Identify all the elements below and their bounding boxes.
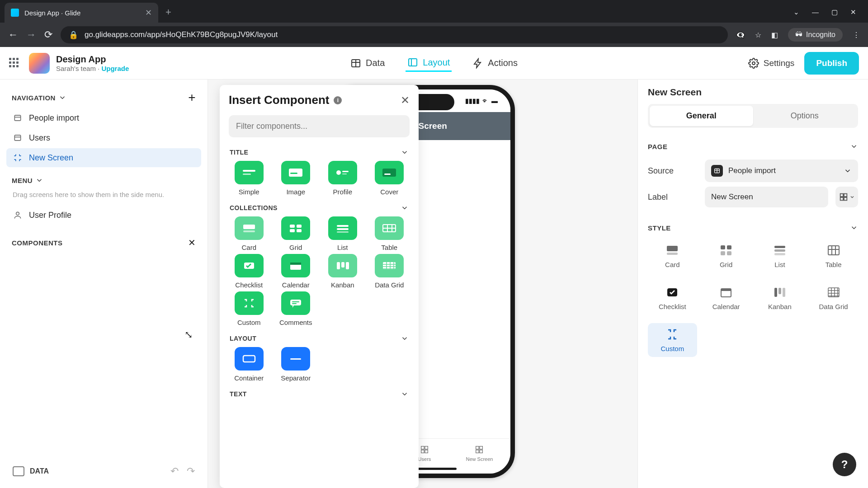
- help-button[interactable]: ?: [833, 453, 856, 476]
- category-title[interactable]: TITLE: [229, 143, 410, 161]
- component-tile-cover[interactable]: Cover: [369, 161, 410, 196]
- upgrade-link[interactable]: Upgrade: [101, 65, 129, 72]
- style-tile-grid[interactable]: Grid: [702, 239, 751, 273]
- component-tile-custom[interactable]: Custom: [229, 291, 269, 326]
- svg-rect-35: [243, 356, 255, 362]
- svg-rect-28: [337, 262, 340, 269]
- component-tile-data-grid[interactable]: Data Grid: [369, 254, 410, 289]
- component-tile-checklist[interactable]: Checklist: [229, 254, 269, 289]
- svg-rect-38: [421, 446, 424, 449]
- app-switcher-icon[interactable]: [9, 58, 20, 69]
- style-tile-card[interactable]: Card: [648, 239, 697, 273]
- signal-icon: ▮▮▮▮: [465, 97, 480, 104]
- nav-data-label: Data: [366, 58, 385, 68]
- tile-label: Data Grid: [375, 281, 404, 289]
- publish-button[interactable]: Publish: [804, 52, 859, 75]
- style-tile-list[interactable]: List: [755, 239, 805, 273]
- sidebar-item-new-screen[interactable]: New Screen: [6, 148, 201, 167]
- svg-rect-45: [480, 450, 482, 452]
- navigation-header[interactable]: NAVIGATION +: [6, 88, 201, 108]
- tab-options[interactable]: Options: [753, 106, 857, 126]
- back-button[interactable]: ←: [8, 29, 18, 41]
- category-layout[interactable]: LAYOUT: [229, 329, 410, 347]
- nav-actions[interactable]: Actions: [471, 54, 519, 72]
- checklist-icon: [241, 259, 257, 272]
- icon-picker-button[interactable]: [835, 187, 858, 207]
- component-tile-grid[interactable]: Grid: [276, 216, 316, 251]
- chrome-tabs-dropdown-icon[interactable]: ⌄: [793, 8, 799, 16]
- filter-input[interactable]: [229, 115, 410, 137]
- address-bar[interactable]: 🔒 go.glideapps.com/app/sHoQEhK79BCg8pugJ…: [61, 26, 728, 43]
- style-tile-data-grid[interactable]: Data Grid: [809, 281, 858, 315]
- close-components-button[interactable]: ✕: [188, 237, 196, 248]
- nav-data[interactable]: Data: [349, 54, 387, 72]
- bookmark-icon[interactable]: ☆: [755, 31, 761, 39]
- sidebar-item-people-import[interactable]: People import: [6, 108, 201, 127]
- style-tile-checklist[interactable]: Checklist: [648, 281, 697, 315]
- popover-close-button[interactable]: ✕: [401, 94, 410, 107]
- reload-button[interactable]: ⟳: [44, 29, 52, 41]
- component-tile-kanban[interactable]: Kanban: [322, 254, 363, 289]
- category-text[interactable]: TEXT: [229, 385, 410, 403]
- style-tile-calendar[interactable]: Calendar: [702, 281, 751, 315]
- category-collections[interactable]: COLLECTIONS: [229, 198, 410, 216]
- tile-label: Simple: [239, 188, 259, 196]
- data-button[interactable]: DATA: [13, 466, 49, 476]
- window-close-icon[interactable]: ✕: [850, 8, 856, 16]
- svg-rect-17: [290, 225, 295, 228]
- popover-title: Insert Component: [229, 93, 329, 107]
- minimize-icon[interactable]: ―: [812, 8, 819, 16]
- settings-link[interactable]: Settings: [748, 58, 795, 69]
- browser-tab[interactable]: Design App · Glide ✕: [5, 3, 158, 23]
- component-tile-table[interactable]: Table: [369, 216, 410, 251]
- style-tile-custom[interactable]: Custom: [648, 323, 697, 357]
- left-sidebar: NAVIGATION + People import Users New Scr…: [0, 80, 208, 488]
- maximize-icon[interactable]: ▢: [831, 8, 838, 16]
- svg-rect-53: [721, 245, 725, 249]
- new-tab-button[interactable]: +: [158, 6, 179, 23]
- category-label: TEXT: [230, 390, 247, 398]
- side-panel-icon[interactable]: ◧: [771, 31, 778, 39]
- component-tile-comments[interactable]: Comments: [276, 291, 316, 326]
- tab-close-icon[interactable]: ✕: [145, 8, 152, 18]
- menu-header-label: MENU: [12, 177, 33, 184]
- redo-button[interactable]: ↷: [187, 465, 195, 477]
- svg-point-2: [752, 62, 755, 65]
- style-section-header[interactable]: STYLE: [648, 217, 858, 236]
- svg-rect-34: [292, 303, 297, 304]
- page-section-header[interactable]: PAGE: [648, 136, 858, 155]
- add-screen-button[interactable]: +: [188, 90, 196, 105]
- component-tile-simple[interactable]: Simple: [229, 161, 269, 196]
- component-tile-list[interactable]: List: [322, 216, 363, 251]
- chevron-down-icon: [401, 334, 409, 343]
- phone-tab-new-screen[interactable]: New Screen: [466, 445, 493, 462]
- tab-general[interactable]: General: [650, 106, 753, 126]
- info-icon[interactable]: i: [334, 96, 342, 104]
- label-input[interactable]: [705, 187, 828, 207]
- calendar-icon: [288, 259, 304, 272]
- component-tile-profile[interactable]: Profile: [322, 161, 363, 196]
- sidebar-item-users[interactable]: Users: [6, 128, 201, 147]
- sidebar-item-user-profile[interactable]: User Profile: [6, 206, 201, 225]
- forward-button[interactable]: →: [26, 29, 36, 41]
- svg-rect-4: [14, 135, 20, 141]
- undo-button[interactable]: ↶: [170, 465, 179, 477]
- component-tile-card[interactable]: Card: [229, 216, 269, 251]
- source-select[interactable]: People import: [705, 160, 858, 182]
- kebab-menu-icon[interactable]: ⋮: [853, 31, 860, 39]
- component-tile-separator[interactable]: Separator: [276, 347, 316, 382]
- tile-label: List: [337, 244, 348, 251]
- component-tile-image[interactable]: Image: [276, 161, 316, 196]
- app-subtitle: Sarah's team · Upgrade: [56, 65, 129, 72]
- tile-label: Custom: [661, 345, 684, 352]
- menu-header[interactable]: MENU: [6, 174, 201, 187]
- style-tile-kanban[interactable]: Kanban: [755, 281, 805, 315]
- nav-layout[interactable]: Layout: [406, 54, 452, 72]
- component-tile-container[interactable]: Container: [229, 347, 269, 382]
- incognito-badge[interactable]: 🕶 Incognito: [788, 28, 843, 42]
- style-tile-table[interactable]: Table: [809, 239, 858, 273]
- svg-rect-43: [480, 446, 482, 449]
- phone-tab-users[interactable]: Users: [418, 445, 431, 462]
- eye-off-icon[interactable]: 👁‍🗨: [736, 31, 745, 39]
- component-tile-calendar[interactable]: Calendar: [276, 254, 316, 289]
